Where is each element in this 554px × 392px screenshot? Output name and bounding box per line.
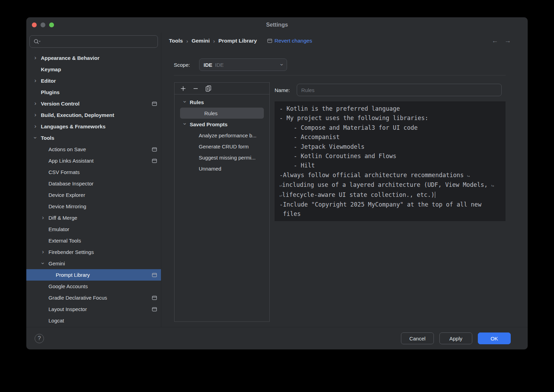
breadcrumb-tools[interactable]: Tools: [169, 38, 183, 44]
sidebar-item-languages-frameworks[interactable]: ›Languages & Frameworks: [26, 121, 161, 132]
section-divider: [174, 75, 506, 75]
history-nav: ← →: [492, 36, 511, 46]
sidebar-item-layout-inspector[interactable]: Layout Inspector: [26, 303, 161, 315]
copy-prompt-button[interactable]: [204, 85, 212, 92]
prompt-name-input[interactable]: [297, 84, 502, 96]
sidebar-item-label: Editor: [41, 78, 56, 84]
prompt-tree-label: Unnamed: [199, 166, 221, 172]
prompt-tree-label: Rules: [204, 110, 217, 116]
sidebar-item-label: Actions on Save: [48, 146, 86, 152]
remove-prompt-button[interactable]: [192, 85, 199, 92]
scope-hint: IDE: [215, 62, 224, 68]
chevron-down-icon[interactable]: ›: [182, 122, 188, 126]
chevron-right-icon[interactable]: ›: [33, 78, 37, 83]
chevron-right-icon[interactable]: ›: [41, 215, 45, 220]
sidebar-item-label: Keymap: [41, 66, 61, 72]
sidebar-item-tools[interactable]: ›Tools: [26, 132, 161, 144]
ok-button[interactable]: OK: [478, 332, 511, 344]
editor-line-text: including use of a layered architecture …: [282, 181, 491, 188]
scope-label: Scope:: [174, 62, 190, 68]
sidebar-item-csv-formats[interactable]: CSV Formats: [26, 166, 161, 178]
editor-line-text: lifecycle-aware UI state collection., et…: [282, 191, 435, 198]
sidebar-item-prompt-library[interactable]: Prompt Library: [26, 269, 161, 281]
editor-line: - My project uses the following librarie…: [279, 113, 501, 123]
prompt-text-editor[interactable]: - Kotlin is the preferred language- My p…: [275, 101, 506, 221]
sidebar-item-actions-on-save[interactable]: Actions on Save: [26, 144, 161, 155]
window-title: Settings: [26, 17, 528, 33]
soft-wrap-icon: ↵: [467, 171, 470, 180]
editor-line: - Compose and Material3 for UI code: [279, 123, 501, 133]
editor-line-text: - My project uses the following librarie…: [279, 115, 428, 121]
chevron-right-icon[interactable]: ›: [33, 100, 37, 106]
sidebar-item-google-accounts[interactable]: Google Accounts: [26, 281, 161, 292]
sidebar-item-device-explorer[interactable]: Device Explorer: [26, 189, 161, 201]
sidebar-item-device-mirroring[interactable]: Device Mirroring: [26, 201, 161, 212]
sidebar-item-firebender-settings[interactable]: ›Firebender Settings: [26, 246, 161, 258]
sidebar-item-logcat[interactable]: Logcat: [26, 315, 161, 326]
soft-wrap-icon: ↵: [491, 181, 494, 190]
sidebar-item-label: Gradle Declarative Focus: [48, 295, 107, 301]
chevron-down-icon[interactable]: ›: [182, 100, 188, 104]
prompt-group-saved-prompts[interactable]: ›Saved Prompts: [175, 119, 269, 130]
sidebar-item-emulator[interactable]: Emulator: [26, 224, 161, 235]
chevron-right-icon[interactable]: ›: [41, 249, 45, 255]
sidebar-item-app-links-assistant[interactable]: App Links Assistant: [26, 155, 161, 166]
prompt-item-analyze-performance-b[interactable]: Analyze performance b...: [175, 130, 269, 141]
chevron-down-icon[interactable]: ›: [33, 135, 38, 139]
breadcrumb-separator: ›: [213, 38, 215, 44]
forward-icon[interactable]: →: [504, 37, 511, 45]
sidebar-item-label: Emulator: [48, 226, 69, 232]
apply-button[interactable]: Apply: [439, 332, 472, 344]
sidebar-item-external-tools[interactable]: External Tools: [26, 235, 161, 246]
prompt-group-rules[interactable]: ›Rules: [175, 97, 269, 108]
sidebar-item-version-control[interactable]: ›Version Control: [26, 98, 161, 109]
sidebar-item-label: Logcat: [48, 318, 64, 323]
sidebar-item-keymap[interactable]: Keymap: [26, 64, 161, 75]
sidebar-item-plugins[interactable]: Plugins: [26, 86, 161, 98]
chevron-right-icon[interactable]: ›: [33, 112, 37, 118]
prompt-item-generate-crud-form[interactable]: Generate CRUD form: [175, 141, 269, 152]
prompt-item-suggest-missing-permi[interactable]: Suggest missing permi...: [175, 152, 269, 163]
search-input[interactable]: [42, 38, 154, 45]
footer-buttons: Cancel Apply OK: [401, 332, 511, 344]
chevron-down-icon: ›: [278, 64, 285, 65]
add-prompt-button[interactable]: [179, 85, 187, 92]
editor-line-text: - Kotlin Coroutines and Flows: [279, 153, 396, 159]
editor-line: ↵lifecycle-aware UI state collection., e…: [279, 190, 501, 200]
settings-search-box[interactable]: [29, 35, 158, 48]
editor-line-text: - Compose and Material3 for UI code: [279, 124, 418, 131]
editor-line-text: -Always follow official architecture rec…: [279, 172, 467, 179]
back-icon[interactable]: ←: [492, 37, 498, 45]
prompt-item-rules[interactable]: Rules: [180, 108, 264, 119]
editor-line-text: - Hilt: [279, 162, 315, 169]
editor-line: ↵including use of a layered architecture…: [279, 180, 501, 190]
sidebar-item-gemini[interactable]: ›Gemini: [26, 258, 161, 269]
cancel-button[interactable]: Cancel: [401, 332, 434, 344]
name-label: Name:: [275, 87, 290, 93]
sidebar-item-label: Device Explorer: [48, 192, 85, 198]
screen: Settings ›Appearance & BehaviorKeymap›Ed…: [0, 0, 554, 392]
prompt-tree-label: Generate CRUD form: [199, 144, 249, 149]
help-icon[interactable]: ?: [35, 334, 44, 343]
chevron-right-icon[interactable]: ›: [33, 55, 37, 61]
revert-changes-link[interactable]: Revert changes: [267, 38, 312, 44]
sidebar-item-editor[interactable]: ›Editor: [26, 75, 161, 86]
editor-line: - Jetpack Viewmodels: [279, 142, 501, 152]
breadcrumb-gemini[interactable]: Gemini: [191, 38, 210, 44]
sidebar-item-gradle-declarative-focus[interactable]: Gradle Declarative Focus: [26, 292, 161, 303]
sidebar-item-appearance-behavior[interactable]: ›Appearance & Behavior: [26, 52, 161, 64]
prompt-tree-label: Suggest missing permi...: [199, 155, 256, 161]
sidebar-item-diff-merge[interactable]: ›Diff & Merge: [26, 212, 161, 224]
text-cursor: [435, 192, 436, 198]
editor-line: -Include "Copyright 2025 MyCompany" at t…: [279, 200, 501, 209]
modified-settings-icon: [152, 273, 157, 277]
chevron-right-icon[interactable]: ›: [33, 123, 37, 129]
chevron-down-icon[interactable]: ›: [40, 261, 46, 265]
prompt-item-unnamed[interactable]: Unnamed: [175, 163, 269, 174]
sidebar-item-database-inspector[interactable]: Database Inspector: [26, 178, 161, 189]
search-icon: [33, 38, 41, 45]
scope-dropdown[interactable]: IDE IDE ›: [199, 58, 287, 71]
breadcrumb-separator: ›: [186, 38, 188, 44]
sidebar-item-build-execution-deployment[interactable]: ›Build, Execution, Deployment: [26, 109, 161, 121]
settings-content: Tools › Gemini › Prompt Library Revert c…: [161, 33, 528, 327]
